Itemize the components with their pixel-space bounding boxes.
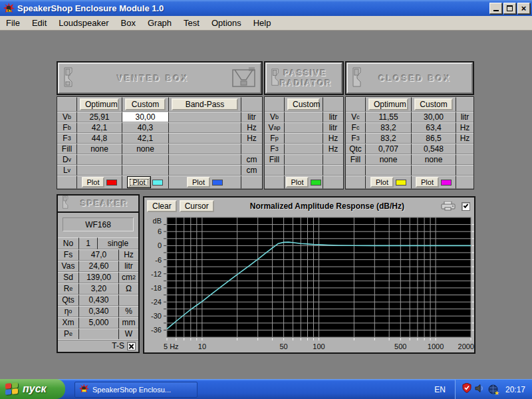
speaker-param-value: 5,000 — [79, 317, 119, 329]
menu-item-edit[interactable]: Edit — [26, 16, 53, 30]
antivirus-shield-icon[interactable] — [462, 383, 471, 396]
close-button[interactable]: × — [517, 3, 530, 14]
vented-unit-label — [241, 144, 262, 154]
passive-custom-value — [285, 154, 323, 165]
passive-custom-plot-button[interactable]: Plot — [286, 177, 309, 188]
vented-unit-label: Hz — [241, 122, 262, 133]
restore-button[interactable] — [503, 3, 516, 14]
vented-bandpass-button[interactable]: Band-Pass — [172, 98, 238, 110]
closed-optimum-value: 83,2 — [366, 122, 412, 133]
updates-globe-icon[interactable]: ★ — [488, 384, 498, 394]
ts-label: T-S — [112, 341, 124, 350]
speaker-param-unit: W — [119, 329, 138, 340]
window-title: SpeakerShop Enclosure Module 1.0 — [17, 3, 489, 13]
passive-header-unit-cell — [323, 97, 343, 112]
app-icon — [79, 384, 89, 396]
vented-param-label: Fb — [57, 122, 77, 133]
graph-print-checkbox[interactable] — [462, 202, 470, 211]
speaker-title: SPEAKER — [74, 199, 135, 208]
taskbar-item-speakershop[interactable]: SpeakerShop Enclosu... — [74, 382, 198, 398]
speaker-param-label: Qts — [58, 295, 79, 306]
menu-item-file[interactable]: File — [0, 16, 26, 30]
ts-checkbox[interactable] — [127, 342, 136, 350]
speaker-name-field[interactable]: WF168 — [63, 217, 134, 231]
vented-optimum-value: 25,91 — [77, 112, 122, 122]
closed-optimum-value: 11,55 — [366, 112, 412, 122]
closed-box-table: OptimumCustomVc11,5530,00litrFc83,263,4H… — [345, 96, 474, 190]
closed-header-unit-cell — [456, 97, 473, 112]
closed-unit-label — [456, 154, 473, 165]
clear-button[interactable]: Clear — [147, 200, 177, 212]
vented-custom-value[interactable]: 30,00 — [122, 112, 169, 122]
closed-custom-value: 0,548 — [412, 144, 456, 154]
svg-text:50: 50 — [279, 342, 287, 350]
windows-flag-icon — [5, 382, 19, 396]
passive-param-label: Vap — [265, 122, 285, 133]
vented-custom-button[interactable]: Custom — [125, 98, 166, 110]
speaker-param-unit — [119, 295, 138, 306]
passive-unit-label: Hz — [323, 133, 343, 144]
vented-bandpass-plot-button[interactable]: Plot — [187, 177, 210, 188]
client-area: VENTED BOX — [0, 31, 532, 379]
vented-optimum-value: 44,8 — [77, 133, 122, 144]
volume-icon[interactable] — [475, 384, 485, 396]
cursor-button[interactable]: Cursor — [180, 200, 214, 212]
vented-param-label: F3 — [57, 133, 77, 144]
vented-plot-cell-optimum: Plot — [77, 176, 122, 189]
passive-param-label: Vb — [265, 112, 285, 122]
closed-custom-button[interactable]: Custom — [414, 98, 453, 110]
taskbar: пуск SpeakerShop Enclosu... EN — [0, 379, 532, 399]
closed-column-header-custom: Custom — [412, 97, 456, 112]
vented-custom-plot-button[interactable]: Plot — [128, 177, 151, 188]
speaker-no-row: No1single — [58, 237, 138, 249]
ts-row: T-S — [58, 340, 138, 352]
menu-item-options[interactable]: Options — [205, 16, 247, 30]
closed-optimum-plot-button[interactable]: Plot — [370, 177, 394, 188]
clock[interactable]: 20:17 — [505, 385, 525, 394]
vented-box-title: VENTED BOX — [74, 74, 232, 83]
closed-optimum-value: 83,2 — [366, 133, 412, 144]
vented-optimum-button[interactable]: Optimum — [80, 98, 119, 110]
vented-unit-label: Hz — [241, 133, 262, 144]
minimize-button[interactable] — [489, 3, 502, 14]
svg-text:1000: 1000 — [428, 342, 444, 350]
closed-optimum-value: none — [366, 154, 412, 165]
check-icon — [464, 203, 469, 208]
menu-item-help[interactable]: Help — [247, 16, 277, 30]
closed-plot-row-corner — [346, 176, 366, 189]
speaker-param-unit: % — [119, 306, 138, 317]
menu-item-box[interactable]: Box — [115, 16, 142, 30]
vented-optimum-value: none — [77, 144, 122, 154]
menu-item-loudspeaker[interactable]: Loudspeaker — [53, 16, 114, 30]
menu-item-graph[interactable]: Graph — [142, 16, 178, 30]
closed-plot-cell-custom: Plot — [412, 176, 456, 189]
start-label: пуск — [23, 383, 47, 395]
closed-param-label: F3 — [346, 133, 366, 144]
language-indicator[interactable]: EN — [425, 385, 455, 394]
passive-custom-value — [285, 144, 323, 154]
task-label: SpeakerShop Enclosu... — [92, 386, 171, 394]
closed-optimum-button[interactable]: Optimum — [368, 98, 408, 110]
passive-plot-row-corner — [265, 176, 285, 189]
passive-custom-value — [285, 165, 323, 176]
screen: KT SpeakerShop Enclosure Module 1.0 × Fi… — [0, 0, 532, 399]
svg-text:500: 500 — [394, 342, 406, 350]
speaker-mode-value[interactable]: single — [98, 237, 138, 249]
speaker-param-label: Sd — [58, 272, 79, 283]
vented-custom-value — [122, 154, 169, 165]
graph-panel: Clear Cursor Normalized Amplitude Respon… — [143, 196, 475, 354]
speaker-param-unit: Hz — [119, 249, 138, 261]
vented-column-header-bandpass: Band-Pass — [169, 97, 241, 112]
closed-custom-plot-button[interactable]: Plot — [416, 177, 439, 188]
svg-text:2000: 2000 — [458, 342, 474, 350]
menu-item-test[interactable]: Test — [178, 16, 205, 30]
svg-text:dB: dB — [153, 217, 162, 225]
start-button[interactable]: пуск — [0, 379, 65, 399]
svg-text:-30: -30 — [151, 312, 162, 320]
passive-custom-button[interactable]: Custom — [287, 98, 320, 110]
printer-icon[interactable] — [440, 201, 456, 211]
graph-header: Clear Cursor Normalized Amplitude Respon… — [144, 198, 474, 215]
passive-custom-value — [285, 122, 323, 133]
vented-optimum-plot-button[interactable]: Plot — [82, 177, 105, 188]
vented-box-table: OptimumCustomBand-PassVb25,9130,00litrFb… — [57, 96, 263, 190]
